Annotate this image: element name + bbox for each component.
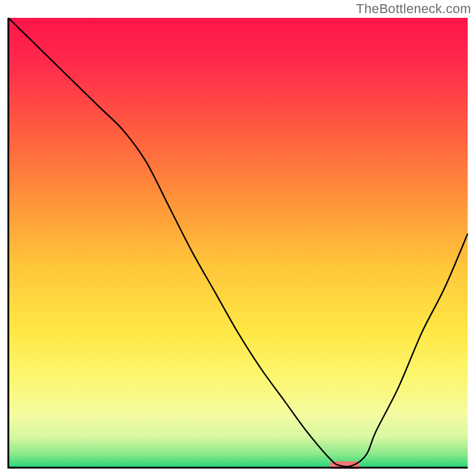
chart-container: TheBottleneck.com (0, 0, 476, 476)
watermark-text: TheBottleneck.com (356, 1, 471, 17)
chart-svg (7, 17, 469, 469)
chart-plot-area (7, 17, 469, 469)
